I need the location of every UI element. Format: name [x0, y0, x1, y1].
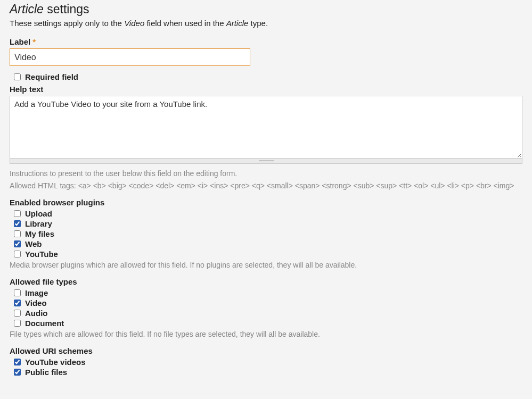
plugin-row: Upload [10, 209, 522, 218]
filetype-row: Document [10, 319, 522, 328]
plugin-label[interactable]: Upload [25, 209, 52, 218]
filetypes-list: ImageVideoAudioDocument [10, 288, 522, 328]
help-text-label: Help text [10, 85, 522, 94]
page-title-suffix: settings [44, 2, 89, 16]
filetype-checkbox[interactable] [14, 310, 21, 317]
filetype-label[interactable]: Image [25, 288, 48, 297]
plugin-label[interactable]: Web [25, 239, 42, 248]
filetype-checkbox[interactable] [14, 320, 21, 327]
uri-heading: Allowed URI schemes [10, 346, 522, 355]
plugin-label[interactable]: YouTube [25, 250, 58, 259]
plugin-row: Web [10, 239, 522, 248]
filetype-row: Audio [10, 309, 522, 318]
plugin-row: YouTube [10, 250, 522, 259]
plugins-heading: Enabled browser plugins [10, 198, 522, 207]
uri-scheme-row: Public files [10, 368, 522, 377]
filetypes-desc: File types which are allowed for this fi… [10, 329, 522, 340]
plugin-label[interactable]: My files [25, 229, 54, 238]
plugin-row: Library [10, 219, 522, 228]
plugin-checkbox[interactable] [14, 220, 21, 227]
plugin-label[interactable]: Library [25, 219, 52, 228]
filetype-row: Video [10, 298, 522, 307]
plugin-checkbox[interactable] [14, 240, 21, 247]
plugin-checkbox[interactable] [14, 230, 21, 237]
filetype-label[interactable]: Audio [25, 309, 48, 318]
filetype-checkbox[interactable] [14, 300, 21, 306]
plugins-list: UploadLibraryMy filesWebYouTube [10, 209, 522, 259]
required-field-label[interactable]: Required field [25, 72, 78, 81]
uri-scheme-checkbox[interactable] [14, 359, 21, 365]
page-title-prefix: Article [10, 2, 44, 16]
uri-scheme-checkbox[interactable] [14, 369, 21, 376]
filetype-row: Image [10, 288, 522, 297]
plugin-checkbox[interactable] [14, 210, 21, 217]
required-field-checkbox[interactable] [14, 73, 21, 80]
uri-scheme-label[interactable]: Public files [25, 368, 67, 377]
page-title: Article settings [10, 2, 522, 16]
plugin-row: My files [10, 229, 522, 238]
uri-scheme-row: YouTube videos [10, 358, 522, 367]
help-text-desc-2: Allowed HTML tags: <a> <b> <big> <code> … [10, 180, 522, 192]
uri-list: YouTube videosPublic files [10, 358, 522, 377]
filetype-label[interactable]: Video [25, 298, 47, 307]
filetypes-heading: Allowed file types [10, 277, 522, 286]
page-subtitle: These settings apply only to the Video f… [10, 19, 522, 28]
filetype-label[interactable]: Document [25, 319, 64, 328]
help-text-textarea[interactable] [10, 96, 522, 159]
plugins-desc: Media browser plugins which are allowed … [10, 260, 522, 271]
uri-scheme-label[interactable]: YouTube videos [25, 358, 86, 367]
required-marker: * [32, 37, 36, 46]
resize-handle[interactable] [10, 159, 522, 164]
help-text-desc-1: Instructions to present to the user belo… [10, 168, 522, 179]
filetype-checkbox[interactable] [14, 289, 21, 296]
plugin-checkbox[interactable] [14, 251, 21, 257]
label-field-label: Label * [10, 37, 522, 46]
label-input[interactable] [10, 48, 250, 66]
